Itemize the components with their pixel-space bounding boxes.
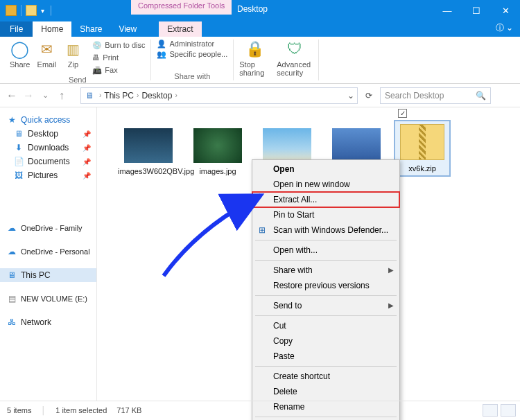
zip-folder-icon [400, 124, 444, 160]
window-title: Desktop [237, 4, 268, 14]
share-button[interactable]: ◯Share [10, 40, 30, 76]
disc-icon: 💿 [92, 41, 102, 50]
ctx-paste[interactable]: Paste [252, 349, 399, 364]
forward-button[interactable]: → [22, 89, 35, 102]
pc-icon: 🖥 [85, 91, 94, 100]
sidebar-new-volume[interactable]: ▤NEW VOLUME (E:) [0, 292, 96, 306]
fax-button[interactable]: 📠Fax [92, 64, 145, 76]
up-button[interactable]: ↑ [55, 89, 68, 102]
pictures-icon: 🖼 [14, 170, 24, 180]
ctx-share-with[interactable]: Share with▶ [252, 263, 399, 278]
zip-icon: ▥ [63, 40, 83, 59]
ctx-open[interactable]: Open [252, 161, 399, 177]
lock-icon: 🔒 [245, 40, 264, 59]
ctx-restore[interactable]: Restore previous versions [252, 278, 399, 293]
ctx-separator [255, 240, 397, 240]
sidebar-onedrive-family[interactable]: ☁OneDrive - Family [0, 221, 96, 235]
search-input[interactable]: Search Desktop 🔍 [380, 87, 491, 104]
submenu-icon: ▶ [388, 265, 394, 276]
share-label: Share [10, 60, 30, 69]
ctx-delete[interactable]: Delete [252, 384, 399, 399]
minimize-button[interactable]: — [433, 0, 462, 21]
file-name: images3W602QBV.jpg [118, 167, 194, 175]
sidebar-quick-access[interactable]: ★Quick access [0, 113, 96, 127]
ctx-sendto-label: Send to [273, 300, 302, 311]
close-button[interactable]: ✕ [491, 0, 520, 21]
ctx-restore-label: Restore previous versions [273, 280, 370, 291]
stop-sharing-button[interactable]: 🔒Stop sharing [239, 40, 270, 77]
tab-extract[interactable]: Extract [159, 21, 201, 37]
people-icon: 👥 [157, 50, 166, 59]
group-empty [275, 77, 277, 85]
email-button[interactable]: ✉Email [37, 40, 56, 76]
sidebar-downloads[interactable]: ⬇Downloads📌 [0, 141, 96, 155]
ctx-cut[interactable]: Cut [252, 318, 399, 333]
ctx-share-label: Share with [273, 265, 313, 276]
admin-button[interactable]: 👤Administrator [157, 40, 214, 49]
refresh-button[interactable]: ⟳ [362, 91, 376, 100]
network-icon: 🖧 [7, 317, 17, 327]
ctx-separator [255, 260, 397, 261]
navigation-pane: ★Quick access 🖥Desktop📌 ⬇Downloads📌 📄Doc… [0, 107, 97, 401]
adv-label: Advanced security [277, 60, 313, 77]
tab-file[interactable]: File [0, 21, 33, 37]
drive-icon: ▤ [7, 294, 17, 304]
ctx-send-to[interactable]: Send to▶ [252, 298, 399, 313]
recent-dropdown[interactable]: ⌄ [39, 91, 51, 100]
maximize-button[interactable]: ☐ [462, 0, 491, 21]
file-item-selected[interactable]: xv6k.zip [394, 120, 451, 177]
defender-icon: ⊞ [257, 225, 268, 236]
sidebar-desktop[interactable]: 🖥Desktop📌 [0, 127, 96, 141]
tab-home[interactable]: Home [33, 21, 71, 37]
print-button[interactable]: 🖶Print [92, 52, 145, 63]
burn-button[interactable]: 💿Burn to disc [92, 40, 145, 51]
specific-button[interactable]: 👥Specific people... [157, 50, 227, 59]
ctx-copy[interactable]: Copy [252, 333, 399, 349]
pc-icon: 🖥 [7, 270, 17, 280]
fax-icon: 📠 [92, 66, 102, 75]
view-details-button[interactable] [483, 404, 498, 417]
qat-dropdown-icon[interactable]: ▾ [41, 7, 44, 15]
quick-access-toolbar: ▾ │ [0, 5, 54, 16]
sidebar-onedrive-personal[interactable]: ☁OneDrive - Personal [0, 245, 96, 259]
selection-checkbox[interactable]: ✓ [398, 109, 407, 118]
back-button[interactable]: ← [6, 89, 18, 102]
file-item[interactable]: images3W602QBV.jpg [118, 128, 179, 175]
address-bar[interactable]: 🖥 › This PC › Desktop › ⌄ [80, 87, 358, 104]
ctx-defender-label: Scan with Windows Defender... [273, 225, 388, 236]
ctx-pin-label: Pin to Start [273, 209, 314, 220]
ctx-delete-label: Delete [273, 386, 297, 397]
pin-icon: 📌 [83, 130, 91, 138]
advanced-security-button[interactable]: 🛡Advanced security [277, 40, 313, 77]
status-sep: │ [41, 406, 46, 414]
desktop-label: Desktop [28, 129, 58, 139]
tab-share[interactable]: Share [71, 21, 110, 37]
qat-folder-icon[interactable] [26, 5, 37, 16]
file-item[interactable]: images.jpg [187, 128, 248, 175]
sidebar-pictures[interactable]: 🖼Pictures📌 [0, 168, 96, 182]
titlebar: ▾ │ Compressed Folder Tools Desktop — ☐ … [0, 0, 520, 21]
ctx-defender[interactable]: ⊞Scan with Windows Defender... [252, 222, 399, 238]
printer-icon: 🖶 [92, 53, 100, 62]
star-icon: ★ [7, 115, 17, 125]
zip-button[interactable]: ▥Zip [63, 40, 83, 76]
ctx-pin-start[interactable]: Pin to Start [252, 207, 399, 222]
ctx-create-shortcut[interactable]: Create shortcut [252, 369, 399, 384]
ctx-extract-all[interactable]: Extract All... [252, 192, 399, 207]
ribbon-collapse-icon[interactable]: ⓘ ⌄ [489, 22, 520, 37]
sidebar-this-pc[interactable]: 🖥This PC [0, 268, 96, 282]
sidebar-network[interactable]: 🖧Network [0, 315, 96, 329]
file-name: images.jpg [199, 167, 236, 175]
sidebar-documents[interactable]: 📄Documents📌 [0, 155, 96, 168]
crumb-pc[interactable]: This PC [104, 91, 134, 100]
document-icon: 📄 [14, 157, 24, 166]
person-icon: 👤 [157, 40, 166, 49]
ctx-open-with[interactable]: Open with... [252, 243, 399, 258]
view-thumbnails-button[interactable] [501, 404, 516, 417]
ctx-open-new-window[interactable]: Open in new window [252, 177, 399, 192]
address-dropdown-icon[interactable]: ⌄ [347, 91, 354, 100]
crumb-location[interactable]: Desktop [141, 91, 172, 100]
tab-view[interactable]: View [110, 21, 145, 37]
image-thumbnail [124, 128, 173, 163]
submenu-icon: ▶ [388, 300, 394, 311]
